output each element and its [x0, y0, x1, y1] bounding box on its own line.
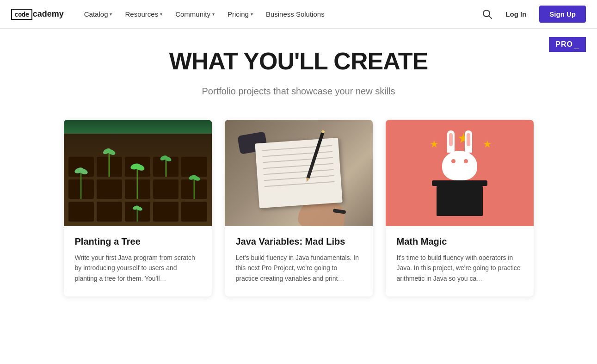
navbar: codecademy Catalog ▾ Resources ▾ Communi… — [0, 0, 597, 29]
chevron-down-icon: ▾ — [110, 12, 112, 17]
card-body: Math Magic It's time to build fluency wi… — [386, 226, 534, 296]
login-button[interactable]: Log In — [500, 6, 532, 22]
card-title: Math Magic — [397, 236, 523, 247]
chevron-down-icon: ▾ — [160, 12, 162, 17]
chevron-down-icon: ▾ — [212, 12, 215, 17]
main-content: WHAT YOU'LL CREATE Portfolio projects th… — [0, 29, 597, 324]
nav-item-business[interactable]: Business Solutions — [260, 6, 330, 22]
nav-item-community[interactable]: Community ▾ — [170, 6, 220, 22]
chevron-down-icon: ▾ — [251, 12, 253, 17]
card-image-writing — [225, 120, 373, 226]
card-description: Let's build fluency in Java fundamentals… — [236, 253, 362, 284]
pro-badge: PRO_ — [549, 37, 586, 52]
nav-item-pricing[interactable]: Pricing ▾ — [222, 6, 258, 22]
card-math-magic[interactable]: ★ ★ ★ — [386, 120, 534, 296]
card-description: It's time to build fluency with operator… — [397, 253, 523, 284]
logo-code: code — [11, 9, 32, 20]
card-image-magic: ★ ★ ★ — [386, 120, 534, 226]
page-title: WHAT YOU'LL CREATE — [169, 47, 428, 75]
page-subtitle: Portfolio projects that showcase your ne… — [202, 86, 395, 97]
cards-container: Planting a Tree Write your first Java pr… — [21, 120, 576, 296]
nav-actions: Log In Sign Up — [482, 6, 586, 23]
card-body: Java Variables: Mad Libs Let's build flu… — [225, 226, 373, 296]
search-icon[interactable] — [482, 9, 492, 19]
signup-button[interactable]: Sign Up — [539, 6, 586, 23]
nav-item-resources[interactable]: Resources ▾ — [119, 6, 168, 22]
nav-links: Catalog ▾ Resources ▾ Community ▾ Pricin… — [79, 6, 483, 22]
pro-badge-container: PRO_ — [549, 37, 586, 52]
card-body: Planting a Tree Write your first Java pr… — [64, 226, 212, 296]
card-title: Java Variables: Mad Libs — [236, 236, 362, 247]
card-title: Planting a Tree — [75, 236, 201, 247]
card-java-variables[interactable]: Java Variables: Mad Libs Let's build flu… — [225, 120, 373, 296]
card-image-seedlings — [64, 120, 212, 226]
card-planting-a-tree[interactable]: Planting a Tree Write your first Java pr… — [64, 120, 212, 296]
nav-item-catalog[interactable]: Catalog ▾ — [79, 6, 118, 22]
svg-line-1 — [489, 16, 492, 19]
logo-cademy: cademy — [33, 9, 64, 19]
card-description: Write your first Java program from scrat… — [75, 253, 201, 284]
logo[interactable]: codecademy — [11, 9, 64, 20]
